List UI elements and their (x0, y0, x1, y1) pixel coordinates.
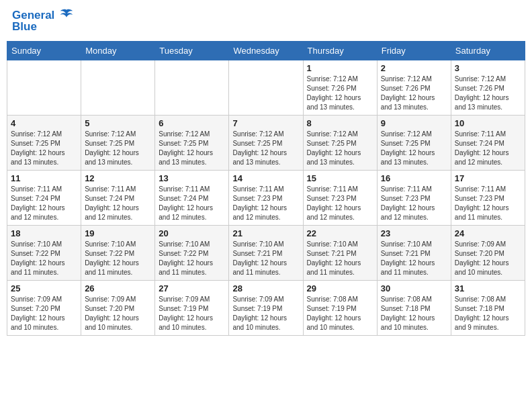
day-number: 4 (11, 118, 77, 128)
day-number: 25 (11, 283, 77, 293)
calendar-cell: 28Sunrise: 7:09 AM Sunset: 7:19 PM Dayli… (229, 281, 303, 336)
calendar-cell: 3Sunrise: 7:12 AM Sunset: 7:26 PM Daylig… (451, 60, 525, 116)
header: General Blue (7, 7, 525, 36)
day-info: Sunrise: 7:11 AM Sunset: 7:24 PM Dayligh… (11, 185, 77, 222)
calendar-cell: 22Sunrise: 7:10 AM Sunset: 7:21 PM Dayli… (303, 226, 377, 281)
day-info: Sunrise: 7:11 AM Sunset: 7:23 PM Dayligh… (307, 185, 373, 222)
day-number: 16 (381, 173, 447, 183)
calendar-week-row: 4Sunrise: 7:12 AM Sunset: 7:25 PM Daylig… (7, 116, 525, 171)
calendar-cell: 11Sunrise: 7:11 AM Sunset: 7:24 PM Dayli… (7, 171, 81, 226)
day-number: 13 (159, 173, 225, 183)
day-number: 27 (159, 283, 225, 293)
day-info: Sunrise: 7:08 AM Sunset: 7:19 PM Dayligh… (307, 295, 373, 332)
day-info: Sunrise: 7:10 AM Sunset: 7:22 PM Dayligh… (11, 240, 77, 277)
calendar-cell: 27Sunrise: 7:09 AM Sunset: 7:19 PM Dayli… (155, 281, 229, 336)
calendar-cell: 19Sunrise: 7:10 AM Sunset: 7:22 PM Dayli… (81, 226, 155, 281)
calendar-cell: 9Sunrise: 7:12 AM Sunset: 7:25 PM Daylig… (377, 116, 451, 171)
day-info: Sunrise: 7:11 AM Sunset: 7:23 PM Dayligh… (381, 185, 447, 222)
day-number: 19 (85, 228, 151, 238)
calendar-cell: 2Sunrise: 7:12 AM Sunset: 7:26 PM Daylig… (377, 60, 451, 116)
day-number: 28 (232, 283, 299, 293)
day-info: Sunrise: 7:11 AM Sunset: 7:24 PM Dayligh… (159, 185, 225, 222)
calendar-cell: 10Sunrise: 7:11 AM Sunset: 7:24 PM Dayli… (451, 116, 525, 171)
logo-blue: Blue (12, 21, 74, 34)
calendar-cell: 14Sunrise: 7:11 AM Sunset: 7:23 PM Dayli… (229, 171, 303, 226)
calendar-cell: 12Sunrise: 7:11 AM Sunset: 7:24 PM Dayli… (81, 171, 155, 226)
calendar-header-wednesday: Wednesday (229, 42, 303, 60)
logo: General Blue (12, 9, 74, 33)
day-info: Sunrise: 7:12 AM Sunset: 7:25 PM Dayligh… (232, 130, 299, 167)
calendar-cell: 21Sunrise: 7:10 AM Sunset: 7:21 PM Dayli… (229, 226, 303, 281)
day-number: 26 (85, 283, 151, 293)
calendar-table: SundayMondayTuesdayWednesdayThursdayFrid… (7, 41, 525, 336)
day-number: 17 (455, 173, 521, 183)
day-info: Sunrise: 7:12 AM Sunset: 7:25 PM Dayligh… (307, 130, 373, 167)
day-info: Sunrise: 7:10 AM Sunset: 7:22 PM Dayligh… (159, 240, 225, 277)
calendar-header-saturday: Saturday (451, 42, 525, 60)
calendar-header-sunday: Sunday (7, 42, 81, 60)
calendar-cell: 1Sunrise: 7:12 AM Sunset: 7:26 PM Daylig… (303, 60, 377, 116)
day-number: 24 (455, 228, 521, 238)
calendar-cell: 30Sunrise: 7:08 AM Sunset: 7:18 PM Dayli… (377, 281, 451, 336)
day-number: 15 (307, 173, 373, 183)
day-number: 21 (232, 228, 299, 238)
calendar-cell: 7Sunrise: 7:12 AM Sunset: 7:25 PM Daylig… (229, 116, 303, 171)
calendar-cell: 23Sunrise: 7:10 AM Sunset: 7:21 PM Dayli… (377, 226, 451, 281)
day-number: 22 (307, 228, 373, 238)
calendar-cell: 25Sunrise: 7:09 AM Sunset: 7:20 PM Dayli… (7, 281, 81, 336)
day-info: Sunrise: 7:09 AM Sunset: 7:19 PM Dayligh… (159, 295, 225, 332)
day-number: 11 (11, 173, 77, 183)
day-info: Sunrise: 7:10 AM Sunset: 7:21 PM Dayligh… (307, 240, 373, 277)
day-info: Sunrise: 7:10 AM Sunset: 7:21 PM Dayligh… (381, 240, 447, 277)
calendar-cell: 6Sunrise: 7:12 AM Sunset: 7:25 PM Daylig… (155, 116, 229, 171)
day-number: 20 (159, 228, 225, 238)
day-number: 8 (307, 118, 373, 128)
day-info: Sunrise: 7:09 AM Sunset: 7:19 PM Dayligh… (232, 295, 299, 332)
calendar-header-tuesday: Tuesday (155, 42, 229, 60)
calendar-cell: 8Sunrise: 7:12 AM Sunset: 7:25 PM Daylig… (303, 116, 377, 171)
calendar-cell: 16Sunrise: 7:11 AM Sunset: 7:23 PM Dayli… (377, 171, 451, 226)
day-info: Sunrise: 7:12 AM Sunset: 7:25 PM Dayligh… (381, 130, 447, 167)
day-number: 6 (159, 118, 225, 128)
day-info: Sunrise: 7:12 AM Sunset: 7:25 PM Dayligh… (85, 130, 151, 167)
day-number: 10 (455, 118, 521, 128)
day-number: 7 (232, 118, 299, 128)
day-info: Sunrise: 7:11 AM Sunset: 7:24 PM Dayligh… (455, 130, 521, 167)
calendar-header-thursday: Thursday (303, 42, 377, 60)
day-info: Sunrise: 7:09 AM Sunset: 7:20 PM Dayligh… (85, 295, 151, 332)
calendar-cell: 5Sunrise: 7:12 AM Sunset: 7:25 PM Daylig… (81, 116, 155, 171)
day-number: 9 (381, 118, 447, 128)
calendar-week-row: 11Sunrise: 7:11 AM Sunset: 7:24 PM Dayli… (7, 171, 525, 226)
day-info: Sunrise: 7:09 AM Sunset: 7:20 PM Dayligh… (11, 295, 77, 332)
calendar-cell: 18Sunrise: 7:10 AM Sunset: 7:22 PM Dayli… (7, 226, 81, 281)
calendar-week-row: 25Sunrise: 7:09 AM Sunset: 7:20 PM Dayli… (7, 281, 525, 336)
day-info: Sunrise: 7:11 AM Sunset: 7:23 PM Dayligh… (232, 185, 299, 222)
calendar-body: 1Sunrise: 7:12 AM Sunset: 7:26 PM Daylig… (7, 60, 525, 336)
day-info: Sunrise: 7:08 AM Sunset: 7:18 PM Dayligh… (455, 295, 521, 332)
calendar-cell: 24Sunrise: 7:09 AM Sunset: 7:20 PM Dayli… (451, 226, 525, 281)
calendar-cell: 17Sunrise: 7:11 AM Sunset: 7:23 PM Dayli… (451, 171, 525, 226)
calendar-header-row: SundayMondayTuesdayWednesdayThursdayFrid… (7, 42, 525, 60)
day-number: 30 (381, 283, 447, 293)
calendar-cell: 31Sunrise: 7:08 AM Sunset: 7:18 PM Dayli… (451, 281, 525, 336)
day-info: Sunrise: 7:11 AM Sunset: 7:24 PM Dayligh… (85, 185, 151, 222)
day-info: Sunrise: 7:10 AM Sunset: 7:21 PM Dayligh… (232, 240, 299, 277)
calendar-header-monday: Monday (81, 42, 155, 60)
day-number: 31 (455, 283, 521, 293)
calendar-week-row: 1Sunrise: 7:12 AM Sunset: 7:26 PM Daylig… (7, 60, 525, 116)
day-number: 2 (381, 63, 447, 73)
calendar-cell (7, 60, 81, 116)
calendar-cell: 26Sunrise: 7:09 AM Sunset: 7:20 PM Dayli… (81, 281, 155, 336)
day-number: 23 (381, 228, 447, 238)
calendar-header-friday: Friday (377, 42, 451, 60)
day-info: Sunrise: 7:12 AM Sunset: 7:26 PM Dayligh… (455, 75, 521, 112)
calendar-cell (81, 60, 155, 116)
day-info: Sunrise: 7:12 AM Sunset: 7:25 PM Dayligh… (159, 130, 225, 167)
day-number: 3 (455, 63, 521, 73)
calendar-cell: 15Sunrise: 7:11 AM Sunset: 7:23 PM Dayli… (303, 171, 377, 226)
calendar-cell: 13Sunrise: 7:11 AM Sunset: 7:24 PM Dayli… (155, 171, 229, 226)
day-number: 5 (85, 118, 151, 128)
day-number: 18 (11, 228, 77, 238)
calendar-cell: 4Sunrise: 7:12 AM Sunset: 7:25 PM Daylig… (7, 116, 81, 171)
day-info: Sunrise: 7:09 AM Sunset: 7:20 PM Dayligh… (455, 240, 521, 277)
